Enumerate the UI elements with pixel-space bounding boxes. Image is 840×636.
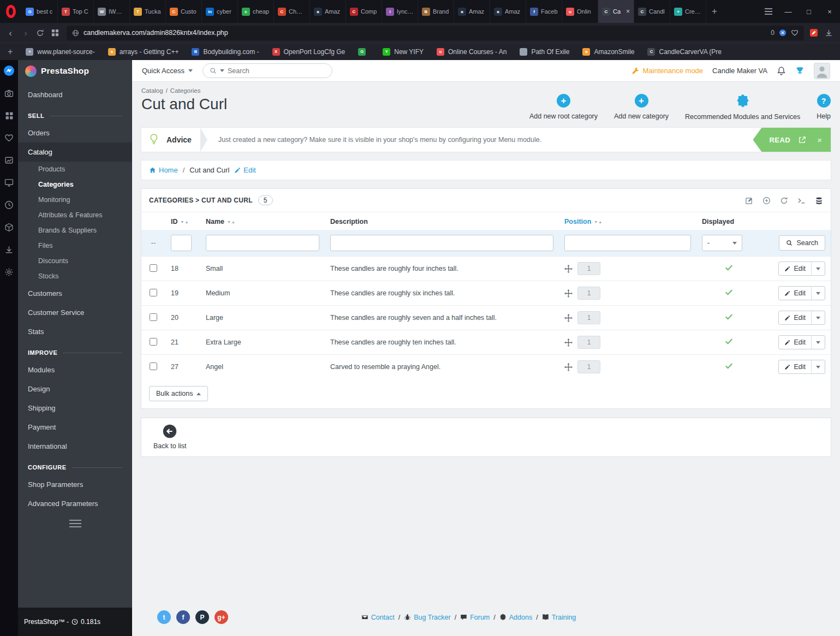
sort-id-icon[interactable]: ▼▲ [181, 220, 189, 224]
sidebar-item-monitoring[interactable]: Monitoring [18, 192, 132, 207]
collapse-menu-icon[interactable] [18, 513, 132, 534]
filter-position-input[interactable] [564, 235, 691, 251]
sidebar-item-stocks[interactable]: Stocks [18, 269, 132, 284]
sidebar-item-advanced-parameters[interactable]: Advanced Parameters [18, 494, 132, 513]
browser-tab[interactable]: CComp [346, 0, 382, 23]
browser-tab[interactable]: incyber [202, 0, 238, 23]
sidebar-item-catalog[interactable]: Catalog [18, 142, 132, 162]
sort-position-icon[interactable]: ▼▲ [594, 220, 602, 224]
add-new-category-button[interactable]: + Add new category [614, 94, 669, 120]
sidebar-item-international[interactable]: International [18, 437, 132, 456]
history-icon[interactable] [4, 200, 14, 210]
edit-row-button[interactable]: Edit [778, 311, 825, 325]
edit-dropdown-caret[interactable] [811, 311, 825, 324]
minimize-button[interactable]: — [778, 0, 799, 23]
filter-id-input[interactable] [171, 235, 192, 251]
read-button[interactable]: READ × [753, 128, 831, 152]
search-scope-caret-icon[interactable] [220, 69, 224, 72]
refresh-icon[interactable] [780, 197, 788, 205]
browser-tab[interactable]: llynchb [382, 0, 418, 23]
sidebar-item-attributes-features[interactable]: Attributes & Features [18, 207, 132, 223]
sort-name-icon[interactable]: ▼▲ [227, 220, 235, 224]
bookmark-item[interactable]: aAmazonSmile [582, 48, 634, 56]
add-bookmark-icon[interactable]: + [8, 47, 13, 57]
row-checkbox[interactable] [150, 338, 157, 346]
recommended-modules-button[interactable]: Recommended Modules and Services [685, 94, 800, 121]
footer-link-bug-tracker[interactable]: Bug Tracker [404, 614, 450, 621]
speed-dial-icon[interactable] [51, 29, 61, 37]
footer-link-addons[interactable]: Addons [499, 614, 532, 621]
url-field[interactable]: candlemakerva.com/admin8826kntx4/index.p… [67, 26, 804, 40]
sidebar-item-orders[interactable]: Orders [18, 123, 132, 142]
add-category-icon[interactable] [762, 197, 771, 205]
workspaces-icon[interactable] [5, 111, 14, 120]
new-tab-button[interactable]: + [706, 0, 723, 23]
bookmark-item[interactable]: ≡www.planet-source- [26, 48, 94, 56]
sidebar-item-brands-suppliers[interactable]: Brands & Suppliers [18, 223, 132, 238]
browser-tab[interactable]: ccheap [238, 0, 274, 23]
home-link[interactable]: Home [149, 166, 178, 174]
filter-displayed-select[interactable]: - [702, 235, 742, 251]
tab-close-icon[interactable]: × [626, 8, 630, 15]
trophy-icon[interactable] [795, 66, 805, 75]
avatar[interactable] [814, 63, 830, 79]
bookmark-item[interactable]: Path Of Exile [520, 48, 569, 56]
browser-tab-active[interactable]: CCa× [598, 0, 634, 23]
breadcrumb-parent[interactable]: Catalog [141, 87, 163, 94]
terminal-icon[interactable] [797, 197, 806, 205]
drag-handle-icon[interactable] [564, 363, 573, 371]
drag-handle-icon[interactable] [564, 338, 573, 347]
displayed-check-icon[interactable] [725, 313, 733, 321]
drag-handle-icon[interactable] [564, 265, 573, 273]
reload-icon[interactable] [36, 29, 46, 37]
row-checkbox[interactable] [150, 289, 157, 296]
bookmark-item[interactable]: YNew YIFY [383, 48, 424, 56]
downloads-icon[interactable] [825, 29, 835, 37]
row-checkbox[interactable] [150, 264, 157, 272]
footer-link-contact[interactable]: Contact [361, 614, 395, 621]
shop-name-link[interactable]: Candle Maker VA [712, 67, 767, 75]
bulk-actions-button[interactable]: Bulk actions [149, 386, 208, 401]
sidebar-item-shipping[interactable]: Shipping [18, 399, 132, 418]
sidebar-item-design[interactable]: Design [18, 379, 132, 399]
bookmark-item[interactable]: aarrays - Getting C++ [108, 48, 179, 56]
heart-icon[interactable] [791, 29, 799, 37]
download-rail-icon[interactable] [4, 245, 14, 254]
browser-tab[interactable]: fFaceb [526, 0, 562, 23]
dismiss-advice-icon[interactable]: × [817, 135, 822, 145]
heart-rail-icon[interactable] [4, 133, 14, 142]
gear-icon[interactable] [4, 268, 14, 277]
quick-access-dropdown[interactable]: Quick Access [142, 67, 193, 75]
displayed-check-icon[interactable] [725, 362, 733, 370]
edit-panel-icon[interactable] [745, 197, 753, 205]
googleplus-icon[interactable]: g+ [215, 610, 228, 624]
camera-icon[interactable] [4, 89, 14, 98]
sidebar-item-payment[interactable]: Payment [18, 418, 132, 437]
twitter-icon[interactable]: t [157, 610, 171, 624]
filter-name-input[interactable] [206, 235, 319, 251]
back-to-list-button[interactable]: Back to list [153, 424, 186, 450]
footer-link-training[interactable]: Training [542, 614, 576, 621]
browser-tab[interactable]: +Create [670, 0, 706, 23]
browser-tab[interactable]: aAmaz [310, 0, 346, 23]
edit-category-link[interactable]: Edit [234, 166, 255, 174]
facebook-icon[interactable]: f [176, 610, 190, 624]
browser-tab[interactable]: BBrand [418, 0, 454, 23]
snapshot-icon[interactable] [809, 28, 819, 37]
drag-handle-icon[interactable] [564, 314, 573, 322]
browser-tab[interactable]: WIWB C [94, 0, 130, 23]
filter-description-input[interactable] [330, 235, 553, 251]
sidebar-item-products[interactable]: Products [18, 162, 132, 177]
layers-icon[interactable] [815, 197, 823, 205]
maintenance-mode-link[interactable]: Maintenance mode [632, 67, 704, 75]
sidebar-item-discounts[interactable]: Discounts [18, 253, 132, 269]
prestashop-ball-icon[interactable]: P [195, 610, 209, 624]
maximize-button[interactable]: □ [799, 0, 819, 23]
edit-row-button[interactable]: Edit [778, 286, 825, 300]
help-button[interactable]: ? Help [817, 94, 831, 120]
forward-icon[interactable]: › [21, 28, 31, 38]
sidebar-item-categories[interactable]: Categories [18, 177, 132, 192]
displayed-check-icon[interactable] [725, 337, 733, 346]
bookmark-item[interactable]: G [358, 48, 370, 56]
sidebar-item-dashboard[interactable]: Dashboard [18, 85, 132, 104]
